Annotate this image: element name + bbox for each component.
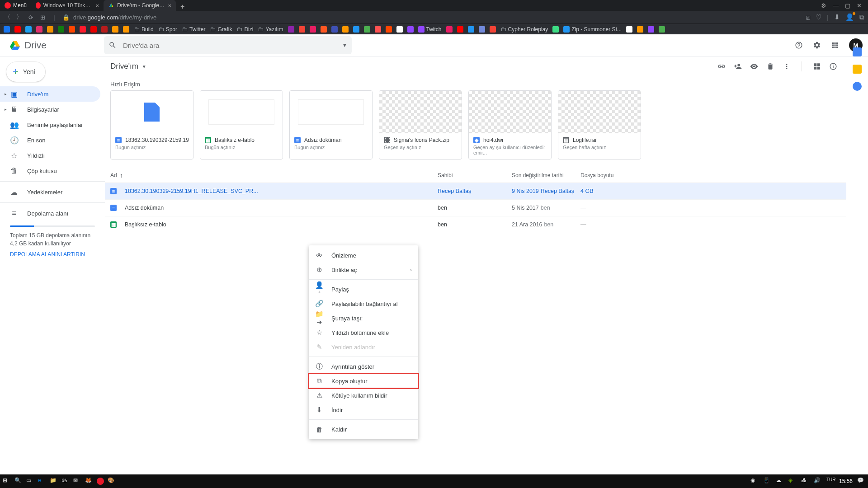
reload-icon[interactable]: ⟳ [27, 14, 34, 21]
quick-access-card[interactable]: ≡18362.30.190329-2159.19H...Bugün açtını… [110, 90, 193, 160]
context-menu-item[interactable]: 📁➜Şuraya taşı: [309, 311, 418, 325]
quick-access-card[interactable]: ▦Başlıksız e-tabloBugün açtınız [200, 90, 283, 160]
bookmark-item[interactable] [25, 26, 32, 33]
quick-access-card[interactable]: ≡Adsız dokümanBugün açtınız [289, 90, 373, 160]
notifications-icon[interactable]: 💬 [857, 477, 865, 485]
bookmark-item[interactable]: 🗀Twitter [182, 26, 205, 33]
context-menu-item[interactable]: ⓘAyrıntıları göster [309, 359, 418, 374]
sidebar-item[interactable]: 👥Benimle paylaşılanlar [0, 117, 100, 132]
details-icon[interactable] [829, 62, 837, 70]
close-window-icon[interactable]: ✕ [857, 2, 862, 9]
bookmark-item[interactable] [457, 26, 463, 33]
quick-access-card[interactable]: ◆hoi4.dwiGeçen ay şu kullanıcı düzenledi… [468, 90, 552, 160]
sidebar-item[interactable]: 🗑Çöp kutusu [0, 163, 100, 178]
tray-nvidia-icon[interactable]: ◈ [788, 477, 797, 485]
context-menu-item[interactable]: ⬇İndir [309, 403, 418, 417]
app-icon[interactable]: 🎨 [108, 477, 116, 485]
forward-icon[interactable]: 〉 [15, 13, 23, 21]
snapshot-icon[interactable]: ⎚ [806, 14, 810, 21]
bookmark-item[interactable] [375, 26, 381, 33]
bookmark-item[interactable] [396, 26, 403, 33]
quick-access-card[interactable]: ⛶Sigma's Icons Pack.zipGeçen ay açtınız [379, 90, 462, 160]
bookmark-item[interactable] [407, 26, 414, 33]
new-tab-button[interactable]: + [176, 3, 189, 11]
bookmark-item[interactable] [637, 26, 643, 33]
firefox-icon[interactable]: 🦊 [85, 477, 93, 485]
link-icon[interactable] [717, 62, 726, 70]
search-box[interactable]: ▼ [104, 36, 352, 54]
breadcrumb[interactable]: Drive'ım ▼ [110, 62, 146, 71]
task-view-icon[interactable]: ▭ [26, 477, 34, 485]
quick-access-card[interactable]: ▤Logfile.rarGeçen hafta açtınız [558, 90, 641, 160]
bookmark-item[interactable] [123, 26, 129, 33]
context-menu-item[interactable]: 🗑Kaldır [309, 422, 418, 436]
tray-usb-icon[interactable]: 📱 [763, 477, 771, 485]
search-input[interactable] [123, 42, 336, 49]
bookmark-item[interactable] [14, 26, 21, 33]
context-menu-item[interactable]: ⧉Kopya oluştur [309, 374, 418, 388]
calendar-icon[interactable] [853, 47, 862, 56]
settings-icon[interactable] [813, 41, 821, 49]
bookmark-item[interactable]: Zip - Summoner St... [563, 26, 622, 33]
bookmark-item[interactable]: 🗀Build [134, 26, 154, 33]
bookmark-item[interactable] [331, 26, 338, 33]
apps-icon[interactable] [831, 41, 839, 49]
bookmark-item[interactable] [288, 26, 294, 33]
sidebar-item-storage[interactable]: ≡ Depolama alanı [0, 206, 100, 221]
bookmark-item[interactable] [112, 26, 118, 33]
tasks-icon[interactable] [853, 82, 862, 91]
context-menu-item[interactable]: 👤⁺Paylaş [309, 282, 418, 296]
bookmark-item[interactable] [299, 26, 305, 33]
bookmark-item[interactable] [310, 26, 316, 33]
opera-icon[interactable] [97, 478, 104, 485]
bookmark-item[interactable] [364, 26, 370, 33]
url-field[interactable]: 🔒 drive.drive.google.comgoogle.com/drive… [62, 14, 802, 21]
context-menu-item[interactable]: 👁Önizleme [309, 248, 418, 263]
sidebar-item[interactable]: ▸▣Drive'ım [0, 86, 100, 102]
bookmark-item[interactable] [342, 26, 349, 33]
new-button[interactable]: + Yeni [6, 62, 45, 82]
tray-onedrive-icon[interactable]: ☁ [776, 477, 784, 485]
owner-link[interactable]: Recep Baltaş [438, 188, 471, 194]
browser-tab-active[interactable]: Drive'ım - Google Drive × [104, 0, 176, 11]
tray-network-icon[interactable]: 🖧 [801, 477, 809, 485]
context-menu-item[interactable]: 🔗Paylaşılabilir bağlantıyı al [309, 296, 418, 311]
bookmark-item[interactable] [490, 26, 496, 33]
search-icon[interactable]: 🔍 [14, 477, 23, 485]
more-icon[interactable] [783, 62, 791, 70]
speed-dial-icon[interactable]: ⊞ [39, 14, 46, 21]
context-menu-item[interactable]: ☆Yıldızlı bölümüne ekle [309, 325, 418, 340]
share-icon[interactable] [734, 62, 742, 70]
browser-tab[interactable]: Windows 10 Türkçe İndirm × [31, 0, 104, 11]
bookmark-item[interactable] [36, 26, 42, 33]
column-name[interactable]: Ad ↑ [110, 172, 438, 179]
context-menu-item[interactable]: ⚠Kötüye kullanım bildir [309, 388, 418, 403]
help-icon[interactable] [795, 41, 803, 49]
column-owner[interactable]: Sahibi [438, 172, 512, 178]
context-menu-item[interactable]: ⊕Birlikte aç› [309, 263, 418, 277]
tray-steam-icon[interactable]: ◉ [750, 477, 759, 485]
edge-icon[interactable]: e [38, 477, 46, 485]
bookmark-item[interactable] [47, 26, 53, 33]
easy-setup-icon[interactable]: ⚙ [821, 2, 826, 9]
column-modified[interactable]: Son değiştirilme tarihi [512, 172, 580, 178]
drive-logo[interactable]: Drive [9, 40, 99, 51]
bookmark-item[interactable] [626, 26, 632, 33]
tray-sound-icon[interactable]: 🔊 [814, 477, 822, 485]
column-size[interactable]: Dosya boyutu [580, 172, 635, 178]
bookmark-item[interactable]: 🗀Grafik [210, 26, 232, 33]
profile-icon[interactable]: 👤 [845, 13, 854, 21]
store-icon[interactable]: 🛍 [61, 477, 70, 485]
bookmark-item[interactable] [90, 26, 97, 33]
bookmark-item[interactable] [468, 26, 474, 33]
bookmark-item[interactable] [80, 26, 86, 33]
mail-icon[interactable]: ✉ [73, 477, 81, 485]
sidebar-item[interactable]: ▸🖥Bilgisayarlar [0, 102, 100, 117]
upgrade-storage-link[interactable]: DEPOLAMA ALANINI ARTIRIN [10, 250, 95, 258]
back-icon[interactable]: 〈 [4, 13, 11, 21]
bookmark-item[interactable] [386, 26, 392, 33]
bookmark-item[interactable]: 🗀Dizi [236, 26, 253, 33]
grid-view-icon[interactable] [813, 62, 821, 70]
easy-setup-icon[interactable]: ⧉ [859, 13, 864, 21]
search-options-icon[interactable]: ▼ [342, 42, 347, 48]
